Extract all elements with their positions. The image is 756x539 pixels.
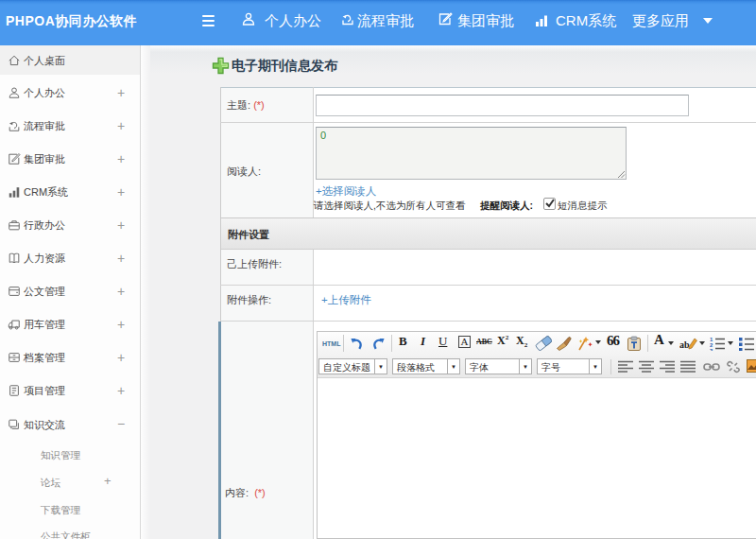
svg-text:ab: ab bbox=[679, 339, 690, 350]
svg-text:3: 3 bbox=[710, 348, 713, 351]
